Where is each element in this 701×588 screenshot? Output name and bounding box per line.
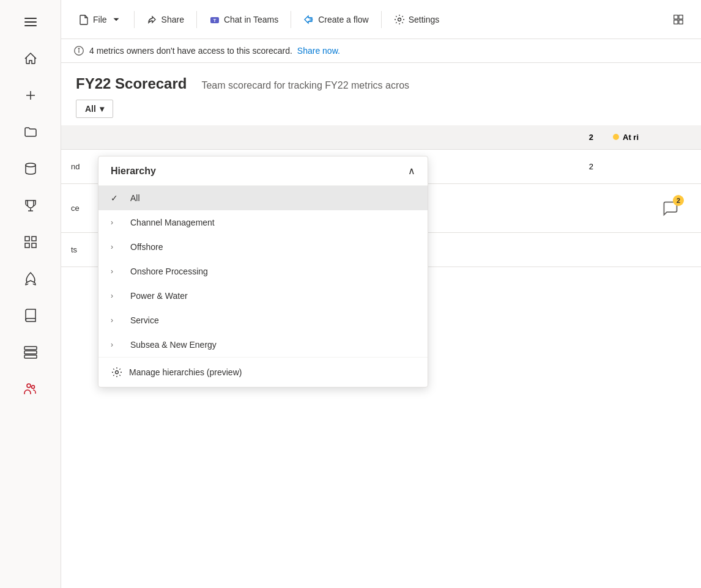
view-toggle-button[interactable] [666,7,691,32]
flow-label: Create a flow [318,15,368,24]
svg-point-11 [31,386,34,389]
sidebar-item-home[interactable] [11,42,50,76]
svg-point-24 [116,371,119,374]
settings-label: Settings [409,15,440,24]
folder-icon [23,125,38,139]
gear-icon [111,366,123,378]
chat-label: Chat in Teams [224,15,278,24]
file-button[interactable]: File [71,7,129,32]
main-content: File Share T Chat in Teams C [61,0,701,588]
svg-rect-8 [24,351,37,354]
chevron-right-icon-6: › [111,340,123,349]
file-label: File [93,15,107,24]
trophy-icon [23,198,38,213]
svg-rect-9 [24,355,37,358]
content-area: 2 At ri nd 2 ce 2 ts [61,125,701,588]
svg-point-16 [398,18,401,21]
chevron-right-icon: › [111,218,123,227]
dropdown-item-label-subsea: Subsea & New Energy [130,340,217,350]
col-header-atrisk: At ri [603,133,701,142]
flow-button[interactable]: Create a flow [296,7,376,32]
manage-hierarchies-label: Manage hierarchies (preview) [129,367,242,377]
chat-button[interactable]: T Chat in Teams [202,7,286,32]
toolbar-sep-2 [196,11,197,28]
row-comment-2: 2 [640,200,701,217]
filter-chevron-icon: ▾ [100,104,104,114]
svg-point-2 [26,163,35,167]
sidebar-item-layers[interactable] [11,335,50,369]
info-message: 4 metrics owners don't have access to th… [89,46,292,56]
dropdown-item-label-all: All [130,193,140,203]
dropdown-item-all[interactable]: ✓ All [98,186,428,210]
sidebar-item-deploy[interactable] [11,262,50,296]
rocket-icon [23,271,38,286]
check-icon: ✓ [111,193,123,203]
dropdown-item-channel[interactable]: › Channel Management [98,210,428,235]
sidebar [0,0,61,588]
plus-icon [23,88,38,103]
dropdown-header: Hierarchy ∧ [98,156,428,186]
dropdown-item-label-offshore: Offshore [130,242,163,252]
dropdown-close-button[interactable]: ∧ [408,165,415,177]
table-header: 2 At ri [61,125,701,150]
sidebar-item-goals[interactable] [11,188,50,222]
svg-rect-20 [679,20,683,23]
dropdown-item-onshore[interactable]: › Onshore Processing [98,259,428,284]
comment-badge: 2 [662,200,679,217]
hierarchy-dropdown: Hierarchy ∧ ✓ All › Channel Management ›… [98,156,428,388]
info-icon [73,45,84,56]
home-icon [23,51,38,66]
sidebar-item-hamburger[interactable] [11,5,50,39]
svg-point-10 [27,384,31,388]
share-label: Share [161,15,184,24]
info-bar: 4 metrics owners don't have access to th… [61,39,701,63]
dropdown-item-label-onshore: Onshore Processing [130,266,208,276]
sidebar-item-apps[interactable] [11,225,50,259]
toolbar: File Share T Chat in Teams C [61,0,701,39]
row-number-1: 2 [542,162,603,171]
dropdown-item-service[interactable]: › Service [98,308,428,333]
book-icon [23,308,38,323]
svg-rect-18 [679,15,683,18]
toolbar-sep-1 [134,11,135,28]
page-header: FY22 Scorecard Team scorecard for tracki… [61,63,701,100]
filter-label: All [85,104,96,114]
dropdown-item-power[interactable]: › Power & Water [98,284,428,308]
dropdown-item-offshore[interactable]: › Offshore [98,235,428,259]
chevron-right-icon-5: › [111,316,123,325]
sidebar-item-people[interactable] [11,372,50,406]
svg-text:T: T [213,18,216,23]
badge-count: 2 [673,195,684,206]
hamburger-icon [20,13,42,31]
chevron-right-icon-3: › [111,267,123,276]
svg-rect-19 [674,20,678,23]
svg-rect-3 [25,237,29,241]
manage-hierarchies-button[interactable]: Manage hierarchies (preview) [98,357,428,387]
grid-icon [23,235,38,249]
view-icon [673,14,684,25]
dropdown-item-label-service: Service [130,315,159,325]
share-button[interactable]: Share [139,7,191,32]
cylinder-icon [23,161,38,176]
sidebar-item-create[interactable] [11,78,50,112]
settings-button[interactable]: Settings [387,7,447,32]
filter-row: All ▾ [61,100,701,125]
teams-icon: T [209,14,220,25]
dropdown-item-subsea[interactable]: › Subsea & New Energy [98,333,428,357]
people-icon [23,381,38,396]
dropdown-item-label-power: Power & Water [130,291,188,301]
sidebar-item-browse[interactable] [11,115,50,149]
svg-rect-5 [25,243,29,248]
page-title: FY22 Scorecard [76,75,187,92]
share-now-link[interactable]: Share now. [297,46,340,56]
sidebar-item-datahub[interactable] [11,152,50,186]
sidebar-item-learn[interactable] [11,298,50,333]
share-icon [147,14,158,25]
all-filter-button[interactable]: All ▾ [76,100,113,118]
atrisk-dot [613,134,619,140]
chevron-right-icon-2: › [111,243,123,251]
chevron-right-icon-4: › [111,292,123,300]
toolbar-sep-3 [291,11,291,28]
svg-rect-4 [32,237,36,241]
svg-rect-17 [674,15,678,18]
